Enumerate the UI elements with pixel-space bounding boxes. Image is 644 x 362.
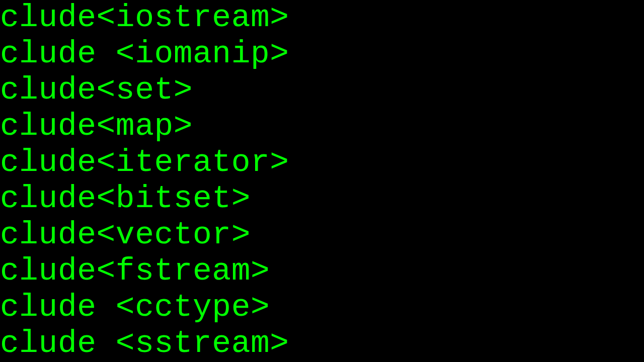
- code-line: clude<map>: [0, 109, 644, 145]
- code-line: clude<fstream>: [0, 253, 644, 290]
- code-line: clude <cctype>: [0, 290, 644, 326]
- code-line: clude <sstream>: [0, 326, 644, 362]
- code-line: clude<iterator>: [0, 145, 644, 181]
- code-line: clude<vector>: [0, 217, 644, 253]
- code-line: clude<iostream>: [0, 0, 644, 36]
- code-line: clude<bitset>: [0, 181, 644, 217]
- code-line: clude<set>: [0, 72, 644, 109]
- code-line: clude <iomanip>: [0, 36, 644, 72]
- code-editor: clude<iostream> clude <iomanip> clude<se…: [0, 0, 644, 362]
